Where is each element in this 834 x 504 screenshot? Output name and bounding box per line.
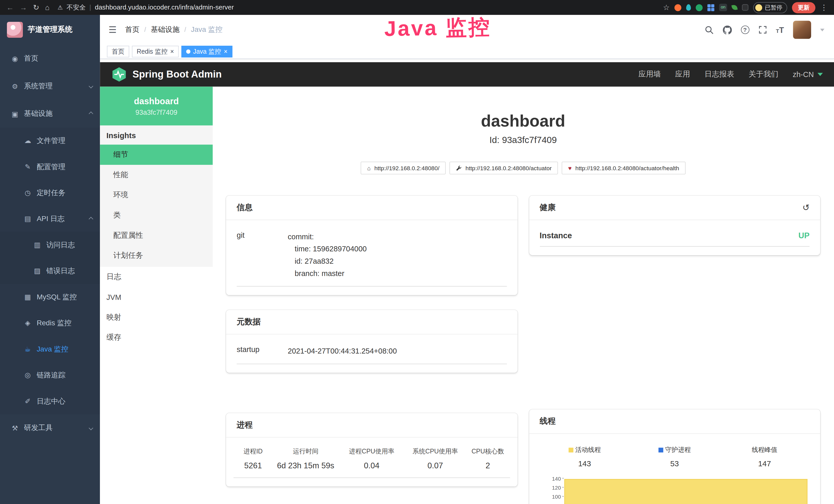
profile-paused-badge[interactable]: 已暂停 — [753, 2, 787, 13]
app-title: 芋道管理系统 — [28, 25, 72, 35]
health-card: 健康 ↺ Instance UP — [529, 196, 820, 255]
health-instance-row[interactable]: Instance UP — [540, 231, 810, 247]
close-icon[interactable]: × — [224, 48, 227, 55]
breadcrumb: 首页 / 基础设施 / Java 监控 — [125, 25, 222, 35]
browser-chrome: ← → ↻ ⌂ ⚠ 不安全 | dashboard.yudao.iocoder.… — [0, 0, 834, 15]
annotation-text: Java 监控 — [384, 13, 491, 42]
caret-down-icon[interactable] — [820, 28, 825, 31]
sidebar-item-error-log[interactable]: ▨ 错误日志 — [0, 258, 100, 284]
app-logo[interactable]: 芋道管理系统 — [0, 15, 100, 45]
reload-icon[interactable]: ↻ — [33, 4, 39, 11]
close-icon[interactable]: × — [170, 48, 174, 55]
extension-leaf-icon[interactable] — [731, 4, 738, 11]
extension-orange-icon[interactable] — [675, 4, 681, 11]
github-icon[interactable] — [723, 25, 732, 34]
sidebar-item-home[interactable]: ◉ 首页 — [0, 45, 100, 72]
monitor-icon: ▣ — [10, 110, 19, 118]
extensions-puzzle-icon[interactable] — [742, 4, 748, 11]
tab-java-monitor[interactable]: Java 监控× — [181, 46, 232, 58]
gear-icon: ⚙ — [10, 82, 19, 90]
menu-item-details[interactable]: 细节 — [100, 144, 213, 165]
browser-home-icon[interactable]: ⌂ — [45, 4, 49, 11]
sidebar-item-dev-tools[interactable]: ⚒ 研发工具 — [0, 414, 100, 442]
search-icon[interactable] — [705, 25, 714, 34]
sba-locale-select[interactable]: zh-CN — [793, 70, 823, 78]
user-avatar[interactable] — [793, 21, 811, 39]
metadata-card-title: 元数据 — [237, 317, 261, 327]
metadata-card: 元数据 startup 2021-04-27T00:44:31.254+08:0… — [226, 310, 517, 372]
forward-icon[interactable]: → — [20, 4, 27, 11]
sba-nav-applications[interactable]: 应用 — [675, 70, 690, 79]
app-header: ☰ 首页 / 基础设施 / Java 监控 Java 监控 ? TT — [100, 15, 834, 45]
extension-green-icon[interactable] — [696, 4, 703, 11]
address-bar[interactable]: ⚠ 不安全 | dashboard.yudao.iocoder.cn/infra… — [58, 3, 234, 12]
breadcrumb-home[interactable]: 首页 — [125, 25, 139, 35]
sidebar-item-config-manage[interactable]: ✎ 配置管理 — [0, 154, 100, 180]
sba-navbar: Spring Boot Admin 应用墙 应用 日志报表 关于我们 zh-CN — [100, 62, 834, 87]
help-icon[interactable]: ? — [741, 25, 749, 34]
extension-on-badge-icon[interactable]: on — [719, 4, 727, 11]
bookmark-star-icon[interactable]: ☆ — [663, 4, 670, 11]
hamburger-icon[interactable]: ☰ — [108, 24, 117, 35]
git-branch-line: branch: master — [288, 268, 506, 280]
tools-icon: ⚒ — [10, 424, 19, 432]
link-actuator[interactable]: http://192.168.0.2:48080/actuator — [449, 162, 558, 175]
legend-peak-threads: 线程峰值 147 — [720, 445, 809, 468]
chevron-down-icon — [89, 84, 93, 89]
sidebar-item-file-manage[interactable]: ☁ 文件管理 — [0, 128, 100, 154]
tags-view: 首页 Redis 监控× Java 监控× — [100, 45, 834, 59]
menu-item-configprops[interactable]: 配置属性 — [100, 225, 213, 246]
instance-header[interactable]: dashboard 93a3fc7f7409 — [100, 87, 213, 125]
menu-item-jvm[interactable]: JVM — [100, 287, 213, 307]
cloud-icon: ☁ — [23, 137, 32, 144]
sidebar-item-mysql-monitor[interactable]: ▦ MySQL 监控 — [0, 284, 100, 310]
sidebar-item-log-center[interactable]: ✐ 日志中心 — [0, 388, 100, 414]
sidebar-item-infra[interactable]: ▣ 基础设施 — [0, 100, 100, 128]
font-size-icon[interactable]: TT — [776, 25, 784, 34]
java-icon: ☕ — [23, 345, 32, 353]
sidebar-item-java-monitor[interactable]: ☕ Java 监控 — [0, 336, 100, 362]
threads-chart: 140 120 100 — [540, 476, 810, 504]
process-val-proc-cpu: 0.04 — [338, 461, 404, 470]
breadcrumb-infra[interactable]: 基础设施 — [151, 25, 179, 35]
sba-nav-about[interactable]: 关于我们 — [748, 70, 778, 79]
process-card-title: 进程 — [237, 420, 253, 430]
sidebar-item-system[interactable]: ⚙ 系统管理 — [0, 72, 100, 100]
sidebar-item-scheduled-job[interactable]: ◷ 定时任务 — [0, 180, 100, 206]
link-base-url[interactable]: ⌂ http://192.168.0.2:48080/ — [360, 162, 446, 175]
history-icon[interactable]: ↺ — [803, 203, 810, 212]
sba-nav-wallboard[interactable]: 应用墙 — [639, 70, 661, 79]
sba-brand-title[interactable]: Spring Boot Admin — [133, 69, 222, 81]
chrome-menu-icon[interactable]: ⋮ — [820, 4, 828, 11]
sidebar-item-redis-monitor[interactable]: ◈ Redis 监控 — [0, 310, 100, 336]
menu-item-classes[interactable]: 类 — [100, 205, 213, 225]
url-text: dashboard.yudao.iocoder.cn/infra/admin-s… — [95, 4, 234, 11]
extension-grid-icon[interactable] — [707, 4, 714, 11]
sidebar-item-trace[interactable]: ◎ 链路追踪 — [0, 362, 100, 388]
git-info-row: git commit: time: 1596289704000 id: 27aa… — [237, 231, 507, 287]
back-icon[interactable]: ← — [6, 4, 14, 11]
peak-threads-value: 147 — [720, 459, 809, 468]
live-threads-swatch — [568, 448, 573, 453]
tab-home[interactable]: 首页 — [107, 46, 129, 58]
fullscreen-icon[interactable] — [758, 25, 767, 34]
pen-icon: ✐ — [23, 397, 32, 405]
sidebar-item-access-log[interactable]: ▥ 访问日志 — [0, 232, 100, 258]
sidebar-item-api-log[interactable]: ▤ API 日志 — [0, 206, 100, 232]
sba-nav-journal[interactable]: 日志报表 — [704, 70, 734, 79]
menu-item-environment[interactable]: 环境 — [100, 185, 213, 205]
menu-item-caches[interactable]: 缓存 — [100, 328, 213, 348]
extension-drop-icon[interactable] — [686, 4, 691, 11]
menu-item-mappings[interactable]: 映射 — [100, 307, 213, 328]
chrome-update-button[interactable]: 更新 — [792, 2, 815, 13]
process-val-cores: 2 — [466, 461, 510, 470]
link-health[interactable]: ♥ http://192.168.0.2:48080/actuator/heal… — [562, 162, 685, 175]
menu-item-scheduled-tasks[interactable]: 计划任务 — [100, 246, 213, 266]
menu-item-metrics[interactable]: 性能 — [100, 165, 213, 185]
insights-label: Insights — [100, 125, 213, 145]
menu-item-logs[interactable]: 日志 — [100, 267, 213, 287]
instance-id: 93a3fc7f7409 — [135, 108, 177, 116]
tab-redis-monitor[interactable]: Redis 监控× — [132, 46, 179, 58]
git-key: git — [237, 231, 288, 280]
status-badge: UP — [798, 231, 810, 240]
